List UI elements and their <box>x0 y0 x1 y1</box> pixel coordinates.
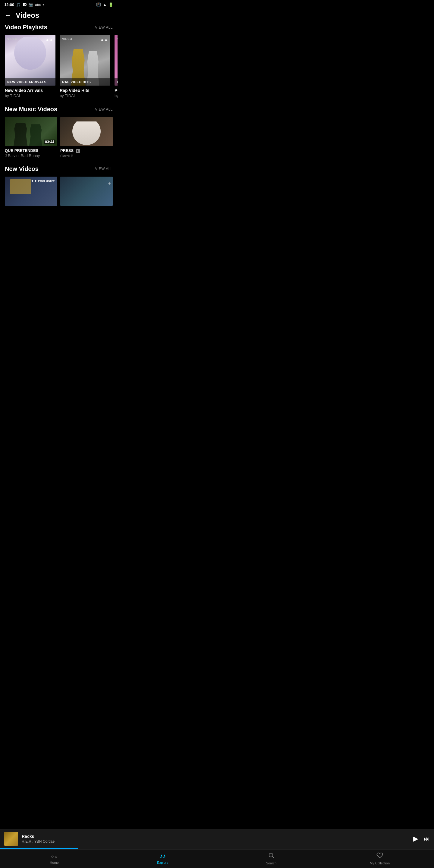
playlist-thumb-pop: VIDEO POP VIDEO H... <box>115 35 118 86</box>
exclusive-label: EXCLUSIVE <box>38 180 55 183</box>
status-bar: 12:00 🎵 🖼 📷 okc • 📳 ▲ 🔋 <box>0 0 118 8</box>
playlist-badge-1: VIDEO <box>62 37 72 41</box>
playlist-label-1: RAP VIDEO HITS <box>60 79 110 86</box>
spotify-icon: 🎵 <box>16 2 21 7</box>
status-left: 12:00 🎵 🖼 📷 okc • <box>4 2 44 7</box>
vibrate-icon: 📳 <box>96 2 101 7</box>
video-playlists-section: Video Playlists VIEW ALL VIDEO ✦✦ NEW VI… <box>0 24 118 98</box>
playlist-name-1: Rap Video Hits <box>60 88 110 93</box>
figure-arrivals <box>12 37 48 71</box>
explicit-badge: E <box>76 149 81 153</box>
tidal-logo-0: ✦✦ <box>45 37 53 43</box>
new-video-thumb-1: + <box>60 177 113 206</box>
playlist-badge-2: VIDEO <box>117 37 118 41</box>
playlist-thumb-arrivals: VIDEO ✦✦ NEW VIDEO ARRIVALS <box>5 35 56 86</box>
playlist-label-0: NEW VIDEO ARRIVALS <box>5 79 56 86</box>
wifi-icon: ▲ <box>103 2 107 7</box>
page-header: ← Videos <box>0 8 118 24</box>
video-playlists-title: Video Playlists <box>5 24 47 31</box>
video-card-que[interactable]: 03:44 QUE PRETENDES J Balvin, Bad Bunny <box>5 117 57 158</box>
instagram-icon: 📷 <box>28 2 33 7</box>
exclusive-badge-0: ✦✦ EXCLUSIVE <box>31 179 55 183</box>
playlist-name-2: Pop Video Hits <box>115 88 118 93</box>
video-playlists-header: Video Playlists VIEW ALL <box>0 24 118 35</box>
battery-icon: 🔋 <box>108 2 113 7</box>
video-thumb-press <box>60 117 113 146</box>
tidal-logo-1: ✦✦ <box>100 37 108 43</box>
playlist-badge-0: VIDEO <box>7 37 18 41</box>
back-button[interactable]: ← <box>5 11 11 19</box>
new-music-videos-section: New Music Videos VIEW ALL 03:44 QUE PRET… <box>0 106 118 158</box>
playlist-label-2: POP VIDEO H... <box>115 79 118 86</box>
video-card-press[interactable]: Press E Cardi B <box>60 117 113 158</box>
dot-icon: • <box>42 2 44 7</box>
new-music-videos-title: New Music Videos <box>5 106 57 113</box>
video-title-press: Press E <box>60 148 113 153</box>
playlist-card-rap[interactable]: VIDEO ✦✦ RAP VIDEO HITS Rap Video Hits b… <box>60 35 110 98</box>
video-playlists-view-all[interactable]: VIEW ALL <box>95 25 113 30</box>
time: 12:00 <box>4 2 14 7</box>
playlist-by-2: by TIDAL <box>115 93 118 98</box>
playlist-info-1: Rap Video Hits by TIDAL <box>60 86 110 98</box>
tidal-dot-exclusive: ✦✦ <box>31 179 37 183</box>
video-artist-que: J Balvin, Bad Bunny <box>5 153 57 158</box>
status-right: 📳 ▲ 🔋 <box>96 2 113 7</box>
playlist-info-0: New Video Arrivals by TIDAL <box>5 86 56 98</box>
photos-icon: 🖼 <box>23 2 27 7</box>
playlist-card-pop[interactable]: VIDEO POP VIDEO H... Pop Video Hits by T… <box>115 35 118 98</box>
thumb-exclusive1: + <box>60 177 113 206</box>
new-music-videos-view-all[interactable]: VIEW ALL <box>95 107 113 112</box>
playlist-card-arrivals[interactable]: VIDEO ✦✦ NEW VIDEO ARRIVALS New Video Ar… <box>5 35 56 98</box>
playlist-scroll: VIDEO ✦✦ NEW VIDEO ARRIVALS New Video Ar… <box>0 35 118 98</box>
playlist-by-0: by TIDAL <box>5 93 56 98</box>
new-video-thumb-0: ✦✦ EXCLUSIVE <box>5 177 57 206</box>
new-music-videos-header: New Music Videos VIEW ALL <box>0 106 118 117</box>
video-title-que: QUE PRETENDES <box>5 148 57 153</box>
playlist-name-0: New Video Arrivals <box>5 88 56 93</box>
new-video-card-0[interactable]: ✦✦ EXCLUSIVE <box>5 177 57 206</box>
playlist-thumb-rap: VIDEO ✦✦ RAP VIDEO HITS <box>60 35 110 86</box>
new-videos-section: New Videos VIEW ALL ✦✦ EXCLUSIVE <box>0 165 118 206</box>
new-videos-view-all[interactable]: VIEW ALL <box>95 167 113 171</box>
playlist-info-2: Pop Video Hits by TIDAL <box>115 86 118 98</box>
video-thumb-que: 03:44 <box>5 117 57 146</box>
video-artist-press: Cardi B <box>60 154 113 158</box>
new-video-card-1[interactable]: + <box>60 177 113 206</box>
new-videos-header: New Videos VIEW ALL <box>0 165 118 177</box>
okc-icon: okc <box>35 3 41 7</box>
music-videos-grid: 03:44 QUE PRETENDES J Balvin, Bad Bunny … <box>0 117 118 158</box>
new-videos-title: New Videos <box>5 165 38 173</box>
video-duration-que: 03:44 <box>44 140 56 144</box>
thumb-press <box>60 117 113 146</box>
page-title: Videos <box>16 11 39 20</box>
playlist-by-1: by TIDAL <box>60 93 110 98</box>
new-videos-grid: ✦✦ EXCLUSIVE + <box>0 177 118 206</box>
